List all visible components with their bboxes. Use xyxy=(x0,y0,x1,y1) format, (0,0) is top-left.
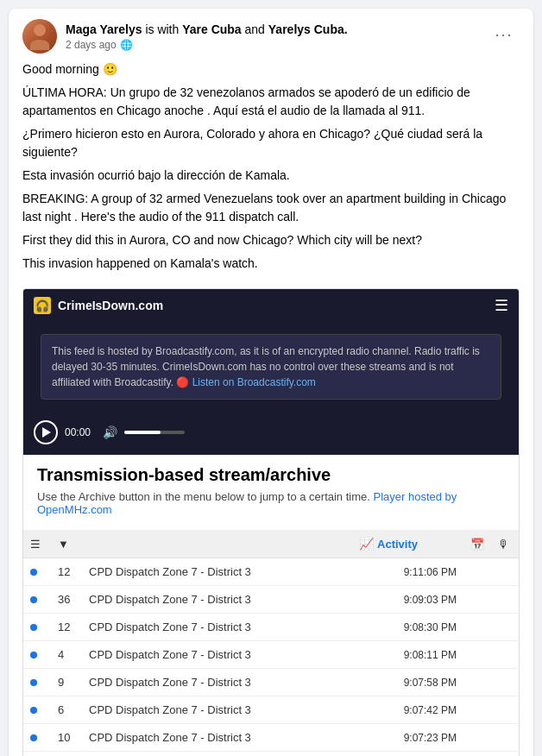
post-header-left: Maga Yarelys is with Yare Cuba and Yarel… xyxy=(22,19,348,54)
blue-dot xyxy=(30,707,37,714)
table-row[interactable]: 12 CPD Dispatch Zone 7 - District 3 9:11… xyxy=(23,558,519,586)
activity-label: Activity xyxy=(377,538,418,551)
row-time: 9:07:23 PM xyxy=(352,724,463,752)
row-dot-cell xyxy=(23,586,51,614)
table-row[interactable]: 12 CPD Dispatch Zone 7 - District 3 9:08… xyxy=(23,614,519,641)
post-time-line: 2 days ago 🌐 xyxy=(66,39,348,51)
post-time[interactable]: 2 days ago xyxy=(66,39,117,51)
post-spanish-invasion: Esta invasión ocurrió bajo la dirección … xyxy=(22,167,520,185)
broadcastify-link[interactable]: Listen on Broadcastify.com xyxy=(192,376,316,388)
row-num: 4 xyxy=(51,641,82,669)
post-spanish-question: ¿Primero hicieron esto en Aurora, Colora… xyxy=(22,125,520,161)
post-tagged2[interactable]: Yarelys Cuba. xyxy=(268,22,348,36)
post-meta: Maga Yarelys is with Yare Cuba and Yarel… xyxy=(66,22,348,51)
widget-notice: This feed is hosted by Broadcastify.com,… xyxy=(41,334,501,400)
row-dot-cell xyxy=(23,669,51,696)
row-dot-cell xyxy=(23,696,51,724)
row-channel: CPD Dispatch Zone 7 - District 3 xyxy=(82,558,352,586)
post-card: Maga Yarelys is with Yare Cuba and Yarel… xyxy=(9,9,533,756)
widget-logo-text: 🎧 xyxy=(35,299,49,312)
table-row[interactable]: 5 CPD Dispatch Zone 7 - District 3 9:07:… xyxy=(23,752,519,757)
post-spanish-breaking: ÚLTIMA HORA: Un grupo de 32 venezolanos … xyxy=(22,84,520,120)
row-channel: CPD Dispatch Zone 7 - District 3 xyxy=(82,724,352,752)
audio-player: 00:00 🔊 xyxy=(23,413,519,455)
post-tagged1[interactable]: Yare Cuba xyxy=(182,22,241,36)
row-dot-cell xyxy=(23,641,51,669)
post-with-text: is with xyxy=(145,22,179,36)
row-num: 6 xyxy=(51,696,82,724)
widget-logo: 🎧 xyxy=(34,297,51,314)
row-dot-cell xyxy=(23,614,51,641)
table-header: ☰ ▼ 📈 Activity 📅 🎙 xyxy=(23,530,519,558)
stream-title: Transmission-based stream/archive xyxy=(37,465,505,485)
activity-chart-icon: 📈 xyxy=(359,537,374,551)
dispatch-table: ☰ ▼ 📈 Activity 📅 🎙 xyxy=(23,530,519,756)
post-and-text: and xyxy=(245,22,265,36)
table-header-calendar[interactable]: 📅 xyxy=(463,530,491,558)
table-row[interactable]: 36 CPD Dispatch Zone 7 - District 3 9:09… xyxy=(23,586,519,614)
table-header-filter[interactable]: ▼ xyxy=(51,530,82,558)
row-time: 9:07:58 PM xyxy=(352,669,463,696)
widget-container: 🎧 CrimeIsDown.com ☰ This feed is hosted … xyxy=(22,288,520,756)
table-header-mic[interactable]: 🎙 xyxy=(491,530,519,558)
post-author-name[interactable]: Maga Yarelys xyxy=(66,22,142,36)
more-options-button[interactable]: ··· xyxy=(488,19,520,50)
widget-header: 🎧 CrimeIsDown.com ☰ xyxy=(23,289,519,322)
dispatch-table-container: ☰ ▼ 📈 Activity 📅 🎙 xyxy=(23,530,519,756)
stream-desc-text: Use the Archive button in the menu below… xyxy=(37,490,370,503)
stream-desc: Use the Archive button in the menu below… xyxy=(37,490,505,516)
row-channel: CPD Dispatch Zone 7 - District 3 xyxy=(82,752,352,757)
row-num: 5 xyxy=(51,752,82,757)
row-channel: CPD Dispatch Zone 7 - District 3 xyxy=(82,696,352,724)
play-icon xyxy=(42,427,51,438)
stream-info: Transmission-based stream/archive Use th… xyxy=(23,455,519,530)
row-time: 9:08:30 PM xyxy=(352,614,463,641)
avatar xyxy=(22,19,57,54)
row-num: 10 xyxy=(51,724,82,752)
widget-title: CrimeIsDown.com xyxy=(58,299,163,312)
post-english-breaking: BREAKING: A group of 32 armed Venezuelan… xyxy=(22,190,520,226)
row-time: 9:08:11 PM xyxy=(352,641,463,669)
volume-icon: 🔊 xyxy=(103,425,117,439)
row-time: 9:11:06 PM xyxy=(352,558,463,586)
widget-menu-button[interactable]: ☰ xyxy=(495,296,508,315)
audio-time: 00:00 xyxy=(65,426,96,438)
row-channel: CPD Dispatch Zone 7 - District 3 xyxy=(82,614,352,641)
blue-dot xyxy=(30,652,37,658)
blue-dot xyxy=(30,734,37,741)
row-time: 9:09:03 PM xyxy=(352,586,463,614)
dispatch-table-body: 12 CPD Dispatch Zone 7 - District 3 9:11… xyxy=(23,558,519,757)
row-dot-cell xyxy=(23,724,51,752)
table-row[interactable]: 10 CPD Dispatch Zone 7 - District 3 9:07… xyxy=(23,724,519,752)
globe-icon: 🌐 xyxy=(120,39,133,51)
table-row[interactable]: 6 CPD Dispatch Zone 7 - District 3 9:07:… xyxy=(23,696,519,724)
notice-dot-icon: 🔴 xyxy=(176,376,189,388)
table-row[interactable]: 9 CPD Dispatch Zone 7 - District 3 9:07:… xyxy=(23,669,519,696)
row-num: 9 xyxy=(51,669,82,696)
row-dot-cell xyxy=(23,752,51,757)
row-channel: CPD Dispatch Zone 7 - District 3 xyxy=(82,669,352,696)
table-row[interactable]: 4 CPD Dispatch Zone 7 - District 3 9:08:… xyxy=(23,641,519,669)
widget-header-left: 🎧 CrimeIsDown.com xyxy=(34,297,163,314)
row-channel: CPD Dispatch Zone 7 - District 3 xyxy=(82,586,352,614)
row-num: 12 xyxy=(51,614,82,641)
post-author-line: Maga Yarelys is with Yare Cuba and Yarel… xyxy=(66,22,348,37)
table-header-menu[interactable]: ☰ xyxy=(23,530,51,558)
table-header-channel xyxy=(82,530,352,558)
row-num: 36 xyxy=(51,586,82,614)
play-button[interactable] xyxy=(34,420,58,444)
row-channel: CPD Dispatch Zone 7 - District 3 xyxy=(82,641,352,669)
row-time: 9:07:42 PM xyxy=(352,696,463,724)
blue-dot xyxy=(30,596,37,603)
post-english-invasion: This invasion happened on Kamala's watch… xyxy=(22,255,520,273)
volume-slider[interactable] xyxy=(124,431,185,434)
post-header: Maga Yarelys is with Yare Cuba and Yarel… xyxy=(9,9,533,60)
post-english-question: First they did this in Aurora, CO and no… xyxy=(22,231,520,249)
blue-dot xyxy=(30,569,37,576)
blue-dot xyxy=(30,624,37,631)
post-greeting: Good morning 🙂 xyxy=(22,60,520,79)
table-header-activity[interactable]: 📈 Activity xyxy=(352,530,463,558)
blue-dot xyxy=(30,679,37,686)
volume-fill xyxy=(124,431,161,434)
row-time: 9:07:14 PM xyxy=(352,752,463,757)
